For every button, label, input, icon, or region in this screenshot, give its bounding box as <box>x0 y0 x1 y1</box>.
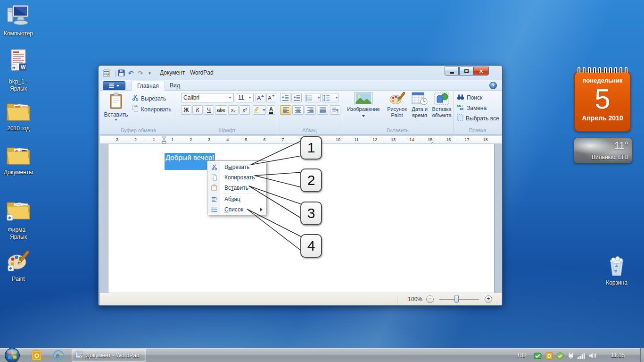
desktop-icon-firma[interactable]: Фирма - Ярлык <box>0 199 37 241</box>
context-menu-item-label: Список <box>224 206 243 213</box>
group-label: Шрифт <box>177 127 277 133</box>
line-spacing-button[interactable] <box>322 93 339 102</box>
highlight-color-button[interactable] <box>253 105 266 115</box>
tray-security-icon[interactable] <box>556 352 564 360</box>
align-right-button[interactable] <box>305 105 316 115</box>
help-icon[interactable]: ? <box>489 82 497 89</box>
start-button[interactable] <box>4 347 21 362</box>
font-group: Calibri 11 A A Ж К Ч abc x₂ x² <box>177 91 277 135</box>
word-document-shortcut-icon: W <box>8 49 28 77</box>
title-bar[interactable]: | ↶ ↷ ▾ Документ - WordPad × <box>99 66 502 80</box>
wordpad-menu-button[interactable] <box>103 81 125 90</box>
maximize-button[interactable] <box>459 67 473 76</box>
list-button[interactable] <box>305 93 321 102</box>
italic-button[interactable]: К <box>192 105 203 115</box>
group-label: Правка <box>454 127 502 133</box>
replace-button[interactable]: abac Замена <box>457 104 487 112</box>
calendar-gadget[interactable]: понедельник 5 Апрель 2010 <box>574 67 631 132</box>
paint-drawing-button[interactable]: Рисунок Paint <box>386 92 408 118</box>
internet-explorer-taskbar-icon[interactable]: e <box>53 350 64 361</box>
desktop-icon-computer[interactable]: Компьютер <box>0 4 37 37</box>
selection-block <box>165 162 212 170</box>
desktop-icon-bkp1[interactable]: W bkp_1 - Ярлык <box>0 49 37 93</box>
zoom-slider-track[interactable] <box>439 299 479 300</box>
undo-button[interactable]: ↶ <box>127 69 135 77</box>
subscript-button[interactable]: x₂ <box>228 105 239 115</box>
zoom-out-button[interactable]: − <box>426 295 434 303</box>
context-menu-item-cut[interactable]: Вырезать <box>208 162 266 172</box>
justify-icon <box>319 107 326 113</box>
find-button[interactable]: Поиск <box>457 93 482 102</box>
wordpad-task-icon <box>75 351 83 360</box>
folder-icon <box>6 101 31 124</box>
desktop-icon-paint[interactable]: Paint <box>0 249 37 283</box>
bullet-list-icon <box>208 207 220 213</box>
tray-power-icon[interactable] <box>567 352 575 360</box>
recycle-bin-icon <box>607 256 627 278</box>
zoom-slider-thumb[interactable] <box>454 295 459 303</box>
context-menu-item-paste[interactable]: Вставить <box>208 183 266 193</box>
redo-button[interactable]: ↷ <box>136 69 144 77</box>
bold-button[interactable]: Ж <box>181 105 191 115</box>
superscript-button[interactable]: x² <box>239 105 250 115</box>
decrease-indent-button[interactable] <box>280 93 290 102</box>
resize-grip[interactable]: ⋰ <box>495 299 500 303</box>
minimize-button[interactable] <box>445 67 459 76</box>
tab-view[interactable]: Вид <box>164 81 186 91</box>
tray-volume-icon[interactable] <box>589 352 597 360</box>
save-button[interactable] <box>117 69 125 77</box>
underline-button[interactable]: Ч <box>204 105 214 115</box>
clipboard-group: Вставить Вырезать Копировать Буфер обмен… <box>100 91 177 135</box>
clock[interactable]: 11:15 <box>611 352 625 359</box>
svg-text:O: O <box>547 354 551 359</box>
replace-icon: abac <box>457 104 464 112</box>
tab-home[interactable]: Главная <box>131 81 165 91</box>
context-menu-item-paragraph[interactable]: ¶ Абзац <box>208 194 266 204</box>
desktop-icon-documents[interactable]: Документы <box>0 144 37 176</box>
picture-icon <box>355 101 372 106</box>
tray-outlook-icon[interactable]: O <box>545 352 553 360</box>
calendar-day: 5 <box>575 84 630 114</box>
justify-button[interactable] <box>317 105 328 115</box>
copy-button[interactable]: Копировать <box>132 105 172 114</box>
desktop-icon-recycle-bin[interactable]: Корзина <box>600 256 634 286</box>
font-size-select[interactable]: 11 <box>236 93 254 102</box>
close-button[interactable]: × <box>473 67 489 76</box>
align-center-button[interactable] <box>292 105 304 115</box>
taskbar-task-button[interactable]: Документ - WordPad <box>72 349 146 362</box>
date-time-button[interactable]: Дата и время <box>409 92 430 118</box>
ruler-number: 3 <box>108 136 126 143</box>
ruler-number: 17 <box>458 136 476 143</box>
tray-agent-icon[interactable] <box>534 352 542 360</box>
cut-button[interactable]: Вырезать <box>132 94 166 103</box>
ruler-number: 1 <box>145 136 163 143</box>
outlook-taskbar-icon[interactable]: O <box>31 350 42 361</box>
grow-font-button[interactable]: A <box>256 93 265 102</box>
qat-dropdown-button[interactable]: ▾ <box>146 69 154 77</box>
zoom-in-button[interactable]: + <box>485 295 492 303</box>
computer-icon <box>7 4 30 29</box>
insert-object-button[interactable]: Вставка объекта <box>431 92 453 118</box>
insert-picture-button[interactable]: Изображение <box>343 92 384 118</box>
font-color-button[interactable]: A <box>267 105 275 115</box>
paste-button[interactable]: Вставить <box>104 92 128 125</box>
date-time-icon <box>412 101 428 106</box>
context-menu-item-list[interactable]: Список <box>208 204 266 215</box>
increase-indent-button[interactable] <box>291 93 302 102</box>
align-left-button[interactable] <box>280 105 291 115</box>
align-right-icon <box>307 107 314 113</box>
tray-network-icon[interactable] <box>578 352 586 360</box>
desktop-icon-label: Корзина <box>600 279 634 286</box>
strikethrough-button[interactable]: abc <box>215 105 227 115</box>
language-indicator[interactable]: RU <box>518 352 526 359</box>
weather-gadget[interactable]: 11° Вильнюс, LTU <box>574 138 632 163</box>
paragraph-dialog-button[interactable]: ¶ <box>330 105 340 115</box>
context-menu-item-copy[interactable]: Копировать <box>208 172 266 183</box>
show-desktop-button[interactable] <box>640 348 644 362</box>
align-center-icon <box>295 107 302 113</box>
desktop-icon-2010-folder[interactable]: 2010 год <box>0 101 37 132</box>
desktop-icon-label: bkp_1 - Ярлык <box>0 78 37 93</box>
shrink-font-button[interactable]: A <box>266 93 276 102</box>
select-all-button[interactable]: Выбрать все <box>457 114 499 123</box>
font-family-select[interactable]: Calibri <box>181 93 234 102</box>
